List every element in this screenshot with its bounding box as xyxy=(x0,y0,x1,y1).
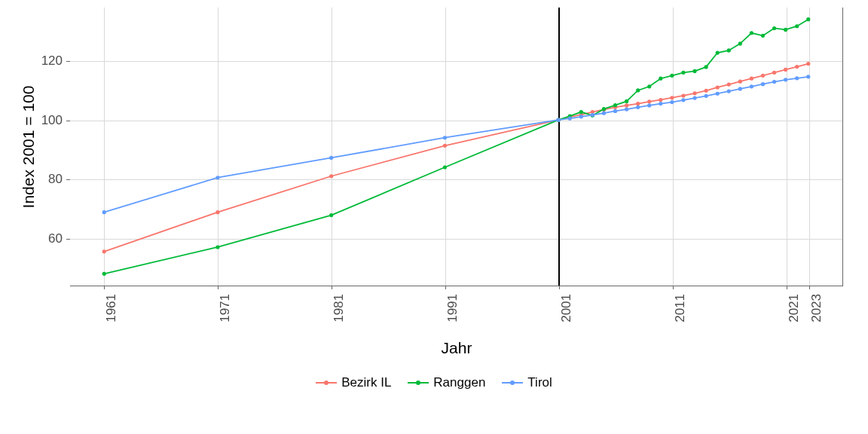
data-point xyxy=(659,77,662,81)
data-point xyxy=(443,136,447,139)
data-point xyxy=(704,94,708,98)
legend-label: Bezirk IL xyxy=(341,375,391,390)
data-point xyxy=(750,31,753,35)
data-point xyxy=(659,102,662,105)
data-point xyxy=(681,93,685,97)
data-point xyxy=(670,74,674,78)
data-point xyxy=(636,102,640,105)
data-point xyxy=(636,88,640,92)
data-point xyxy=(215,245,219,249)
data-point xyxy=(772,80,776,84)
data-point xyxy=(795,76,799,80)
x-tick-label: 1991 xyxy=(445,294,460,328)
legend-swatch xyxy=(316,377,337,388)
data-point xyxy=(784,68,787,72)
data-point xyxy=(443,144,447,148)
data-point xyxy=(761,74,765,78)
series-line-bezirk-il xyxy=(104,64,808,252)
data-point xyxy=(568,117,572,121)
data-point xyxy=(102,272,106,276)
data-point xyxy=(647,99,651,103)
data-point xyxy=(716,85,720,89)
data-point xyxy=(613,109,617,113)
legend-label: Tirol xyxy=(527,375,552,390)
data-point xyxy=(102,210,106,214)
y-tick-label: 120 xyxy=(25,53,63,69)
data-point xyxy=(716,92,720,96)
legend-label: Ranggen xyxy=(433,375,485,390)
data-point xyxy=(738,87,742,90)
data-point xyxy=(443,165,447,169)
series-line-ranggen xyxy=(104,20,808,274)
series-line-tirol xyxy=(104,77,808,212)
data-point xyxy=(670,100,674,104)
data-point xyxy=(692,91,696,95)
data-point xyxy=(659,98,662,102)
legend-item-ranggen: Ranggen xyxy=(408,375,485,390)
data-point xyxy=(625,107,628,111)
data-point xyxy=(795,65,799,69)
data-point xyxy=(670,96,674,99)
y-tick-label: 60 xyxy=(25,231,63,246)
chart-stage: Index 2001 = 100 Jahr Bezirk ILRanggenTi… xyxy=(0,0,868,434)
data-point xyxy=(806,62,810,66)
x-tick-label: 1971 xyxy=(218,294,233,328)
x-tick-label: 2001 xyxy=(559,294,574,328)
data-point xyxy=(806,17,810,21)
data-point xyxy=(692,96,696,100)
data-point xyxy=(579,110,583,114)
data-point xyxy=(761,34,765,38)
legend-swatch xyxy=(408,377,429,388)
plot-panel xyxy=(70,8,843,286)
x-tick-label: 2023 xyxy=(809,294,824,328)
data-point xyxy=(795,24,799,28)
data-point xyxy=(727,89,731,93)
data-point xyxy=(557,118,561,122)
data-point xyxy=(102,249,106,253)
data-point xyxy=(727,82,731,86)
data-point xyxy=(625,103,628,107)
data-point xyxy=(750,77,753,81)
data-point xyxy=(636,105,640,109)
legend-item-tirol: Tirol xyxy=(502,375,552,390)
data-point xyxy=(727,48,731,52)
data-point xyxy=(329,213,333,217)
data-point xyxy=(579,115,583,118)
data-point xyxy=(772,71,776,75)
legend-item-bezirk-il: Bezirk IL xyxy=(316,375,391,390)
data-point xyxy=(761,82,765,86)
legend-swatch xyxy=(502,377,523,388)
data-point xyxy=(602,112,606,115)
x-tick-label: 2021 xyxy=(787,294,802,328)
data-point xyxy=(784,78,787,81)
data-point xyxy=(613,103,617,107)
series-layer xyxy=(70,8,842,286)
data-point xyxy=(750,84,753,88)
data-point xyxy=(215,210,219,214)
data-point xyxy=(772,26,776,30)
data-point xyxy=(591,113,594,117)
x-tick-label: 1961 xyxy=(104,294,119,328)
data-point xyxy=(704,65,708,69)
data-point xyxy=(647,103,651,107)
data-point xyxy=(784,28,787,32)
y-tick-label: 100 xyxy=(25,113,63,128)
data-point xyxy=(625,99,628,103)
data-point xyxy=(716,50,720,54)
data-point xyxy=(681,98,685,102)
data-point xyxy=(329,174,333,178)
data-point xyxy=(806,75,810,78)
data-point xyxy=(738,41,742,45)
data-point xyxy=(329,156,333,160)
data-point xyxy=(681,71,685,75)
x-tick-label: 1981 xyxy=(332,294,347,328)
data-point xyxy=(602,107,606,111)
y-tick-label: 80 xyxy=(25,172,63,187)
data-point xyxy=(215,176,219,179)
data-point xyxy=(647,84,651,88)
data-point xyxy=(704,89,708,93)
x-tick-label: 2011 xyxy=(673,294,688,328)
data-point xyxy=(738,80,742,84)
legend: Bezirk ILRanggenTirol xyxy=(0,375,868,390)
data-point xyxy=(692,69,696,73)
